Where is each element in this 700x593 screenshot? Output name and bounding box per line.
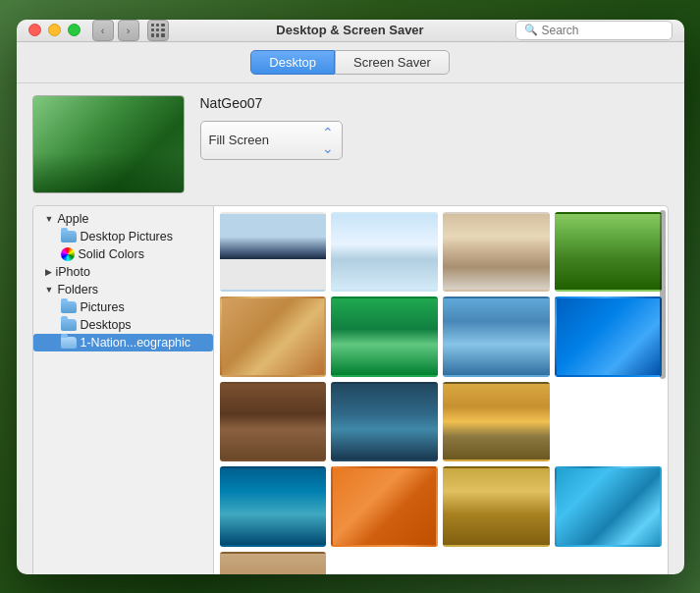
titlebar: ‹ › Desktop & Screen Saver 🔍: [17, 20, 684, 42]
sidebar-item-iphoto[interactable]: ▶ iPhoto: [33, 263, 213, 281]
folder-icon-desktops: [61, 319, 77, 331]
list-item[interactable]: [220, 212, 327, 293]
list-item[interactable]: [555, 296, 662, 377]
list-item[interactable]: [555, 212, 662, 293]
sidebar-label-pictures: Pictures: [81, 300, 125, 314]
preview-info: NatGeo07 Fill Screen ⌃⌄: [200, 95, 343, 160]
fill-select[interactable]: Fill Screen ⌃⌄: [200, 121, 343, 160]
list-item[interactable]: [220, 466, 327, 547]
forward-button[interactable]: ›: [118, 20, 139, 41]
list-item[interactable]: [443, 296, 550, 377]
sidebar: ▼ Apple Desktop Pictures Solid Colors ▶ …: [32, 205, 214, 574]
list-item[interactable]: [331, 382, 438, 462]
list-item[interactable]: [555, 466, 662, 547]
color-wheel-icon: [61, 247, 75, 261]
close-button[interactable]: [28, 24, 41, 36]
list-item[interactable]: [220, 296, 327, 377]
scrollbar-track[interactable]: [658, 210, 666, 574]
triangle-folders: ▼: [45, 285, 54, 295]
traffic-lights: [28, 24, 81, 36]
list-item[interactable]: [443, 382, 550, 462]
sidebar-item-folders[interactable]: ▼ Folders: [33, 281, 213, 298]
list-item[interactable]: [331, 466, 438, 547]
tab-desktop[interactable]: Desktop: [250, 50, 335, 75]
search-input[interactable]: [542, 24, 664, 37]
image-grid: [220, 212, 662, 574]
search-icon: 🔍: [524, 24, 538, 36]
list-item[interactable]: [331, 212, 438, 293]
tabs-bar: Desktop Screen Saver: [17, 42, 684, 83]
lower-panel: ▼ Apple Desktop Pictures Solid Colors ▶ …: [32, 205, 669, 574]
minimize-button[interactable]: [48, 24, 61, 36]
fill-option-label: Fill Screen: [209, 133, 269, 147]
image-grid-container[interactable]: [214, 205, 669, 574]
search-box[interactable]: 🔍: [515, 21, 673, 40]
sidebar-item-desktop-pictures[interactable]: Desktop Pictures: [33, 228, 213, 245]
list-item[interactable]: [331, 296, 438, 377]
sidebar-label-iphoto: iPhoto: [56, 265, 90, 279]
back-button[interactable]: ‹: [92, 20, 114, 41]
maximize-button[interactable]: [68, 24, 81, 36]
list-item[interactable]: [220, 382, 327, 462]
scrollbar-thumb[interactable]: [660, 210, 666, 380]
window-title: Desktop & Screen Saver: [276, 23, 423, 37]
list-item[interactable]: [555, 382, 662, 462]
folder-icon-desktop-pictures: [61, 231, 77, 243]
list-item[interactable]: [443, 466, 550, 547]
main-window: ‹ › Desktop & Screen Saver 🔍 Desktop Scr…: [17, 20, 684, 574]
folder-icon-natgeo: [61, 337, 77, 349]
sidebar-item-natgeo[interactable]: 1-Nation...eographic: [33, 334, 213, 351]
list-item[interactable]: [443, 212, 550, 293]
sidebar-label-desktop-pictures: Desktop Pictures: [81, 230, 173, 243]
triangle-apple: ▼: [45, 214, 54, 224]
tab-screensaver[interactable]: Screen Saver: [335, 50, 450, 75]
triangle-iphoto: ▶: [45, 267, 52, 277]
sidebar-label-folders: Folders: [57, 283, 98, 296]
fill-select-arrow: ⌃⌄: [322, 125, 334, 156]
sidebar-item-pictures[interactable]: Pictures: [33, 298, 213, 316]
list-item[interactable]: [220, 552, 327, 574]
grid-button[interactable]: [147, 20, 169, 41]
sidebar-label-solid-colors: Solid Colors: [79, 247, 144, 261]
preview-thumbnail: [32, 95, 185, 193]
content-area: NatGeo07 Fill Screen ⌃⌄ ▼ Apple Desktop …: [17, 83, 684, 574]
sidebar-label-desktops: Desktops: [81, 318, 132, 332]
preview-name: NatGeo07: [200, 95, 343, 111]
folder-icon-pictures: [61, 301, 77, 313]
sidebar-item-solid-colors[interactable]: Solid Colors: [33, 245, 213, 263]
sidebar-label-natgeo: 1-Nation...eographic: [81, 336, 191, 350]
sidebar-label-apple: Apple: [57, 212, 88, 226]
preview-row: NatGeo07 Fill Screen ⌃⌄: [32, 95, 669, 193]
sidebar-item-desktops[interactable]: Desktops: [33, 316, 213, 334]
sidebar-item-apple[interactable]: ▼ Apple: [33, 210, 213, 228]
nav-buttons: ‹ ›: [92, 20, 139, 41]
